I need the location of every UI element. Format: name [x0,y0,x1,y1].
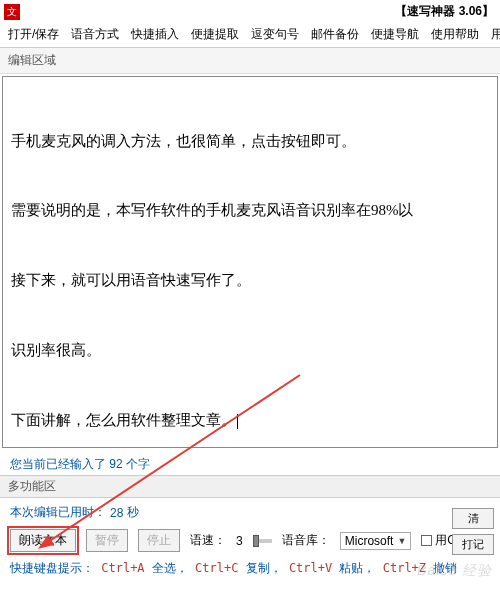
slider-thumb[interactable] [253,535,259,547]
menu-user-center[interactable]: 用户中心 [491,26,500,43]
voice-select[interactable]: Microsoft▼ [340,532,412,550]
title-bar: 【速写神器 3.06】 [0,0,500,22]
pause-button[interactable]: 暂停 [86,529,128,552]
time-unit: 秒 [127,504,139,521]
watermark: Baico 经验 [417,562,492,580]
text-cursor [237,414,238,429]
time-prefix: 本次编辑已用时： [10,504,106,521]
menu-extract[interactable]: 便捷提取 [191,26,239,43]
side-button-note[interactable]: 打记 [452,534,494,555]
char-count-status: 您当前已经输入了 92 个字 [0,450,500,475]
menu-bar: 打开/保存 语音方式 快捷插入 便捷提取 逗变句号 邮件备份 便捷导航 使用帮助… [0,22,500,48]
editor-line: 下面讲解，怎么用软件整理文章。 [11,409,489,432]
editor-line: 手机麦克风的调入方法，也很简单，点击按钮即可。 [11,130,489,153]
speed-value: 3 [236,534,243,548]
editor-line: 接下来，就可以用语音快速写作了。 [11,269,489,292]
speed-slider[interactable] [253,539,272,543]
speed-label: 语速： [190,532,226,549]
menu-open-save[interactable]: 打开/保存 [8,26,59,43]
app-logo: 文 [4,4,20,20]
menu-mail-backup[interactable]: 邮件备份 [311,26,359,43]
time-value: 28 [110,506,123,520]
menu-help[interactable]: 使用帮助 [431,26,479,43]
read-aloud-button[interactable]: 朗读文本 [10,529,76,552]
menu-voice-mode[interactable]: 语音方式 [71,26,119,43]
menu-comma-period[interactable]: 逗变句号 [251,26,299,43]
time-row: 本次编辑已用时： 28 秒 [0,498,500,523]
editor-line: 需要说明的是，本写作软件的手机麦克风语音识别率在98%以 [11,199,489,222]
app-title: 【速写神器 3.06】 [395,3,494,20]
menu-navigation[interactable]: 便捷导航 [371,26,419,43]
controls-row: 朗读文本 暂停 停止 语速： 3 语音库： Microsoft▼ 用Ctrl表入 [0,523,500,556]
editor-line: 识别率很高。 [11,339,489,362]
menu-quick-insert[interactable]: 快捷插入 [131,26,179,43]
editor-section-label: 编辑区域 [0,48,500,74]
multifunction-label: 多功能区 [0,475,500,498]
chevron-down-icon: ▼ [397,536,406,546]
voice-label: 语音库： [282,532,330,549]
text-editor[interactable]: 手机麦克风的调入方法，也很简单，点击按钮即可。 需要说明的是，本写作软件的手机麦… [2,76,498,448]
checkbox-box[interactable] [421,535,432,546]
stop-button[interactable]: 停止 [138,529,180,552]
side-button-clear[interactable]: 清 [452,508,494,529]
